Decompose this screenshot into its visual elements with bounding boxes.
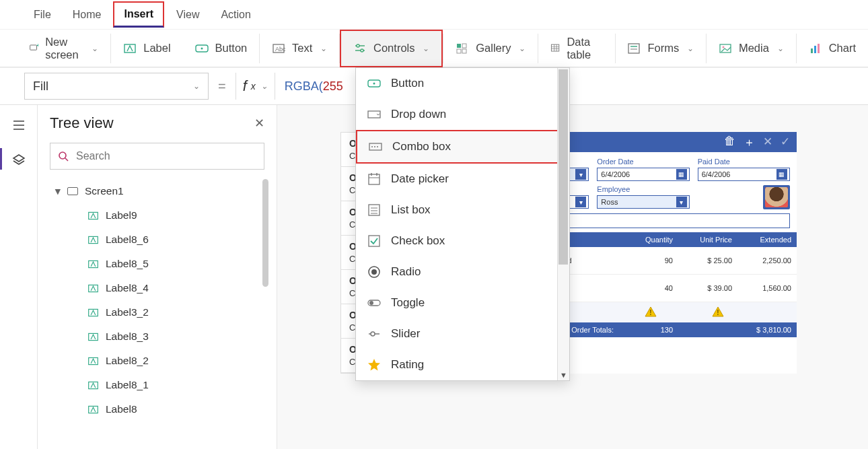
svg-rect-14: [462, 49, 466, 53]
layers-icon[interactable]: [11, 152, 27, 168]
tree-item[interactable]: Label8_3: [50, 324, 264, 349]
ribbon-forms[interactable]: Forms ⌄: [615, 30, 706, 67]
svg-point-48: [371, 146, 373, 147]
property-selector[interactable]: Fill ⌄: [24, 73, 209, 100]
tree-item[interactable]: Label8_2: [50, 349, 264, 373]
ribbon-gallery-label: Gallery: [476, 42, 511, 55]
svg-point-63: [369, 301, 373, 305]
svg-text:+: +: [37, 44, 39, 48]
hamburger-icon[interactable]: [11, 117, 27, 133]
tree-item[interactable]: Label8_5: [50, 252, 264, 276]
combobox-icon: [368, 139, 383, 154]
field-label: Paid Date: [698, 158, 790, 166]
tab-action[interactable]: Action: [211, 3, 260, 26]
dd-radio[interactable]: Radio: [356, 256, 569, 287]
chevron-down-icon: ⌄: [519, 44, 526, 53]
dd-toggle[interactable]: Toggle: [356, 287, 569, 318]
equals-sign: =: [218, 79, 226, 94]
formula-input[interactable]: RGBA(255: [285, 79, 343, 94]
tree-item[interactable]: Label9: [50, 203, 264, 228]
tree-item[interactable]: Label8_4: [50, 276, 264, 300]
svg-point-61: [371, 269, 377, 275]
dd-slider[interactable]: Slider: [356, 318, 569, 349]
tree-item[interactable]: Label8_6: [50, 228, 264, 252]
svg-point-49: [374, 146, 375, 147]
chevron-down-icon: ⌄: [423, 44, 429, 53]
calendar-icon: ▦: [676, 169, 687, 180]
ribbon-text[interactable]: Abc Text ⌄: [260, 30, 339, 67]
cancel-icon[interactable]: ✕: [763, 135, 772, 150]
ribbon-controls[interactable]: Controls ⌄: [340, 30, 443, 67]
svg-point-31: [59, 152, 66, 159]
ribbon-label[interactable]: Label: [111, 30, 182, 67]
ribbon-new-screen[interactable]: + New screen ⌄: [17, 30, 110, 67]
dd-date-picker[interactable]: Date picker: [356, 164, 569, 195]
tab-home[interactable]: Home: [63, 3, 111, 26]
tree-item[interactable]: Label3_2: [50, 300, 264, 324]
trash-icon[interactable]: 🗑: [724, 135, 735, 150]
tree-search[interactable]: [50, 143, 264, 170]
search-icon: [57, 150, 69, 162]
search-input[interactable]: [76, 150, 257, 162]
screen-icon: [67, 187, 78, 195]
chevron-down-icon: ⌄: [261, 81, 268, 91]
left-rail: [0, 105, 38, 449]
label-icon: [87, 404, 99, 415]
tab-file[interactable]: File: [24, 3, 61, 26]
employee-dropdown[interactable]: Ross▾: [597, 195, 689, 209]
ribbon-label-label: Label: [143, 42, 170, 55]
close-icon[interactable]: ✕: [254, 116, 264, 131]
ribbon-gallery[interactable]: Gallery ⌄: [443, 30, 538, 67]
tab-insert[interactable]: Insert: [113, 1, 164, 28]
scrollbar[interactable]: [262, 179, 268, 287]
tree-item[interactable]: Label8_1: [50, 373, 264, 397]
svg-point-50: [377, 146, 378, 147]
svg-point-65: [371, 332, 375, 336]
label-icon: [87, 210, 99, 221]
chevron-down-icon: ⌄: [92, 44, 98, 53]
check-icon[interactable]: ✓: [781, 135, 790, 150]
radio-icon: [367, 265, 382, 279]
label-icon: [87, 380, 99, 391]
star-icon: [367, 357, 382, 372]
controls-dropdown: ▲ ▼ Button Drop down Combo box Date pick…: [355, 67, 570, 381]
label-icon: [87, 234, 99, 246]
scrollbar-thumb[interactable]: [558, 69, 568, 265]
dd-list-box[interactable]: List box: [356, 195, 569, 226]
paid-date-picker[interactable]: 6/4/2006▦: [698, 168, 790, 181]
plus-icon[interactable]: ＋: [744, 135, 755, 150]
label-icon: [87, 283, 99, 294]
toggle-icon: [367, 296, 382, 310]
chevron-down-icon: ▾: [575, 197, 586, 207]
menu-tabs: File Home Insert View Action: [0, 0, 868, 30]
tab-view[interactable]: View: [167, 3, 209, 26]
dd-button[interactable]: Button: [356, 68, 569, 99]
svg-point-10: [361, 49, 363, 52]
scrollbar-track[interactable]: ▲ ▼: [557, 68, 569, 380]
svg-rect-55: [369, 205, 379, 215]
svg-rect-20: [628, 44, 639, 53]
ribbon-button-label: Button: [215, 42, 248, 55]
dd-combo-box[interactable]: Combo box: [356, 130, 569, 164]
tree-item[interactable]: Label8: [50, 397, 264, 421]
formula-arg: 255: [323, 79, 343, 93]
ribbon-button[interactable]: Button: [183, 30, 260, 67]
order-date-picker[interactable]: 6/4/2006▦: [597, 168, 689, 181]
svg-point-8: [357, 44, 359, 47]
chevron-down-icon: ▾: [676, 197, 687, 207]
ribbon-media[interactable]: Media ⌄: [707, 30, 796, 67]
tree-screen[interactable]: ▶ Screen1: [50, 179, 264, 203]
ribbon-data-table[interactable]: Data table: [538, 30, 615, 67]
svg-rect-0: [30, 45, 37, 50]
label-icon: [87, 307, 99, 318]
dd-rating[interactable]: Rating: [356, 349, 569, 380]
fx-button[interactable]: fx⌄: [236, 73, 275, 100]
scroll-down-icon[interactable]: ▼: [560, 371, 567, 379]
chevron-down-icon: ▾: [575, 169, 586, 180]
dd-drop-down[interactable]: Drop down: [356, 99, 569, 130]
svg-rect-59: [369, 236, 379, 246]
dd-check-box[interactable]: Check box: [356, 226, 569, 256]
chart-icon: [809, 42, 822, 55]
text-icon: Abc: [272, 42, 285, 55]
ribbon-chart[interactable]: Chart: [797, 30, 868, 67]
